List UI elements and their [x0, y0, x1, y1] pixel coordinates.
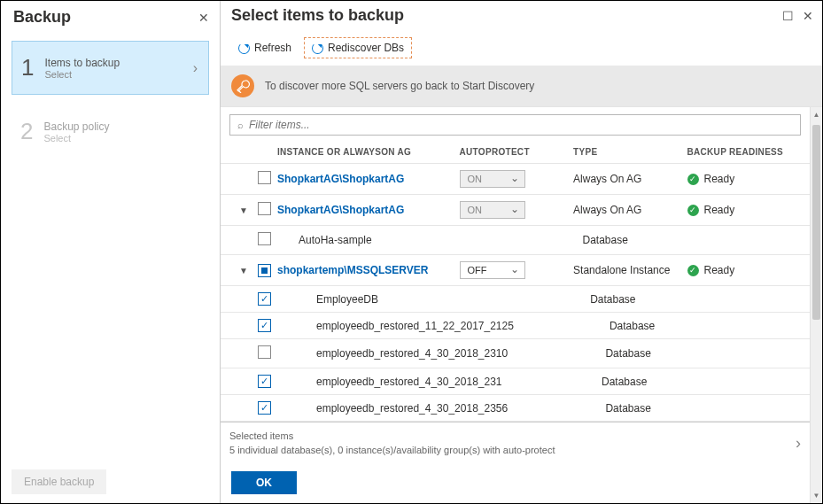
step-subtitle: Select: [44, 69, 120, 80]
instance-row[interactable]: ▼ShopkartAG\ShopkartAGONAlways On AG✓Rea…: [221, 195, 810, 226]
step-subtitle: Select: [43, 133, 109, 143]
database-row[interactable]: ✓employeedb_restored_4_30_2018_2356Datab…: [221, 395, 810, 422]
refresh-icon: [312, 43, 323, 54]
step-number: 2: [20, 118, 33, 145]
checkbox[interactable]: [258, 202, 271, 215]
instance-row[interactable]: ShopkartAG\ShopkartAGONAlways On AG✓Read…: [221, 164, 810, 195]
rediscover-label: Rediscover DBs: [328, 42, 404, 54]
header-autoprotect: AUTOPROTECT: [460, 147, 573, 157]
table-body: ShopkartAG\ShopkartAGONAlways On AG✓Read…: [221, 164, 810, 422]
selected-items-summary[interactable]: Selected items 5 individual database(s),…: [221, 422, 810, 462]
step-items-to-backup[interactable]: 1 Items to backup Select ›: [12, 41, 209, 95]
checkbox[interactable]: [258, 232, 271, 245]
autoprotect-select[interactable]: OFF: [460, 261, 525, 279]
database-row[interactable]: employeedb_restored_4_30_2018_2310Databa…: [221, 339, 810, 368]
item-type: Database: [602, 376, 702, 388]
checkbox[interactable]: [258, 264, 271, 277]
checkbox[interactable]: ✓: [258, 292, 271, 306]
refresh-button[interactable]: Refresh: [231, 38, 299, 58]
item-type: Database: [609, 320, 705, 332]
checkbox[interactable]: ✓: [258, 401, 271, 415]
panel-title: Select items to backup: [231, 6, 404, 25]
chevron-right-icon: ›: [193, 60, 198, 76]
backup-sidebar: Backup ✕ 1 Items to backup Select › 2 Ba…: [1, 1, 221, 503]
item-type: Database: [582, 234, 691, 246]
scrollbar[interactable]: ▲ ▼: [810, 107, 822, 503]
rediscover-dbs-button[interactable]: Rediscover DBs: [304, 37, 412, 58]
item-name: employeedb_restored_4_30_2018_2356: [277, 402, 508, 415]
check-circle-icon: ✓: [687, 265, 699, 276]
search-icon: ⌕: [237, 120, 244, 130]
sidebar-title: Backup: [13, 8, 71, 27]
refresh-icon: [238, 43, 250, 54]
readiness-status: ✓Ready: [687, 204, 801, 216]
header-type: TYPE: [573, 147, 687, 157]
checkbox[interactable]: [258, 345, 271, 359]
item-name: ShopkartAG\ShopkartAG: [277, 204, 460, 216]
step-backup-policy[interactable]: 2 Backup policy Select: [12, 105, 209, 158]
database-row[interactable]: AutoHa-sampleDatabase: [221, 226, 810, 255]
expand-toggle-icon[interactable]: ▼: [239, 266, 248, 275]
item-name: employeedb_restored_4_30_2018_2310: [277, 347, 508, 360]
database-row[interactable]: ✓employeedb_restored_4_30_2018_231Databa…: [221, 368, 810, 395]
wrench-icon: [231, 74, 254, 97]
ok-button[interactable]: OK: [231, 471, 297, 494]
item-name: ShopkartAG\ShopkartAG: [277, 173, 460, 185]
summary-detail: 5 individual database(s), 0 instance(s)/…: [229, 444, 555, 457]
step-number: 1: [21, 54, 34, 81]
autoprotect-select: ON: [460, 170, 525, 188]
step-title: Items to backup: [44, 57, 120, 69]
header-readiness: BACKUP READINESS: [687, 147, 801, 157]
item-type: Always On AG: [573, 173, 687, 185]
scroll-down-icon[interactable]: ▼: [811, 492, 822, 500]
scroll-up-icon[interactable]: ▲: [811, 111, 822, 119]
filter-input-wrapper[interactable]: ⌕: [229, 114, 801, 136]
instance-row[interactable]: ▼shopkartemp\MSSQLSERVEROFFStandalone In…: [221, 255, 810, 286]
filter-input[interactable]: [249, 119, 793, 131]
check-circle-icon: ✓: [687, 174, 699, 185]
close-icon[interactable]: ✕: [198, 11, 209, 25]
enable-backup-button[interactable]: Enable backup: [12, 469, 106, 494]
item-type: Always On AG: [573, 204, 687, 216]
table-header: INSTANCE OR ALWAYSON AG AUTOPROTECT TYPE…: [221, 141, 810, 164]
refresh-label: Refresh: [254, 42, 291, 54]
checkbox[interactable]: ✓: [258, 375, 271, 388]
maximize-icon[interactable]: ☐: [782, 9, 794, 23]
checkbox[interactable]: [258, 171, 271, 184]
database-row[interactable]: ✓employeedb_restored_11_22_2017_2125Data…: [221, 313, 810, 339]
item-name: shopkartemp\MSSQLSERVER: [277, 264, 460, 276]
readiness-status: ✓Ready: [687, 264, 801, 276]
item-name: AutoHa-sample: [277, 234, 473, 246]
checkbox[interactable]: ✓: [258, 319, 271, 332]
chevron-right-icon: ›: [796, 434, 801, 453]
item-type: Database: [590, 293, 695, 306]
readiness-status: ✓Ready: [687, 173, 801, 185]
item-name: EmployeeDB: [277, 293, 485, 306]
summary-title: Selected items: [229, 430, 555, 443]
item-name: employeedb_restored_11_22_2017_2125: [277, 320, 514, 332]
select-items-panel: Select items to backup ☐ ✕ Refresh Redis…: [221, 1, 822, 503]
expand-toggle-icon[interactable]: ▼: [239, 205, 248, 215]
autoprotect-select: ON: [460, 201, 525, 219]
step-title: Backup policy: [43, 120, 109, 133]
item-type: Database: [605, 402, 703, 415]
database-row[interactable]: ✓EmployeeDBDatabase: [221, 286, 810, 313]
item-name: employeedb_restored_4_30_2018_231: [277, 376, 502, 388]
header-instance: INSTANCE OR ALWAYSON AG: [277, 147, 460, 157]
info-banner: To discover more SQL servers go back to …: [221, 66, 822, 106]
close-icon[interactable]: ✕: [803, 9, 813, 23]
item-type: Database: [605, 347, 703, 360]
info-text: To discover more SQL servers go back to …: [265, 80, 534, 92]
scroll-thumb[interactable]: [812, 125, 820, 320]
item-type: Standalone Instance: [573, 264, 687, 276]
check-circle-icon: ✓: [687, 205, 699, 216]
